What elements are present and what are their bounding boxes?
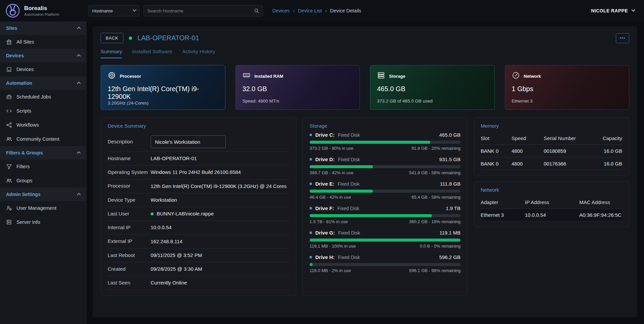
borealis-logo-icon [5,3,20,18]
row-label: Last User [108,211,151,217]
drive-size: 111.8 GB [440,181,461,187]
sidebar-item-groups[interactable]: Groups [0,174,86,188]
breadcrumb-devices[interactable]: Devices [272,8,290,13]
drive-type: Fixed Disk [338,230,360,236]
breadcrumb-device-list[interactable]: Device List [298,8,322,13]
sidebar-section-sites[interactable]: Sites [0,21,86,35]
row-label: Created [108,266,151,272]
sidebar-section-admin-settings[interactable]: Admin Settings [0,188,86,201]
sidebar-item-label: Groups [16,178,33,183]
network-heading: Network [481,187,622,193]
drive-size: 596.2 GB [439,254,461,260]
tab-activity-history[interactable]: Activity History [182,49,215,58]
summary-row-device-type: Device Type Workstation [108,193,289,207]
row-label: Last Seen [108,280,151,286]
card-title: Processor [120,74,141,79]
sidebar-item-label: Filters [16,164,30,169]
col-header: IP Address [525,199,579,205]
drive-row-d: Drive D: Fixed Disk 931.5 GB 389.7 GB - … [310,156,461,175]
brand: Borealis Automation Platform [0,3,87,18]
drive-remaining: 91.8 GB - 20% remaining [412,146,461,151]
description-input[interactable] [151,135,226,148]
drive-size: 465.0 GB [439,132,461,138]
sidebar-item-label: Workflows [16,122,39,128]
drive-size: 1.9 TB [446,205,461,211]
back-button[interactable]: BACK [101,33,123,43]
sidebar-item-scheduled-jobs[interactable]: Scheduled Jobs [0,90,86,104]
memory-table-header: Slot Speed Serial Number Capacity [481,132,622,145]
brand-subtitle: Automation Platform [24,12,59,16]
card-footer: 3.20GHz (24-Cores) [108,101,218,106]
user-menu[interactable]: NICOLE RAPPE [591,8,635,13]
sidebar-item-server-info[interactable]: Server Info [0,215,86,229]
drive-row-h: Drive H: Fixed Disk 596.2 GB 116.0 MB - … [310,254,461,273]
tab-installed-software[interactable]: Installed Software [132,49,172,58]
sidebar-item-scripts[interactable]: Scripts [0,104,86,118]
drive-bullet-icon [310,134,312,136]
briefcase-icon [6,94,12,100]
breadcrumb: Devices › Device List › Device Details [272,8,361,13]
breadcrumb-separator: › [325,8,327,13]
col-header: Slot [481,135,512,141]
processor-card: Processor 12th Gen Intel(R) Core(TM) i9-… [101,65,225,110]
sidebar-item-filters[interactable]: Filters [0,159,86,174]
sidebar-item-workflows[interactable]: Workflows [0,118,86,132]
drive-name: Drive F: [315,205,334,211]
drive-bullet-icon [310,183,312,185]
drive-usage-bar [310,165,461,168]
breadcrumb-current: Device Details [330,8,361,13]
stat-cards: Processor 12th Gen Intel(R) Core(TM) i9-… [101,65,629,110]
chevron-down-icon [631,8,635,12]
search-input[interactable] [147,8,254,13]
hostname-filter-dropdown[interactable]: Hostname [89,5,140,16]
sidebar-section-devices[interactable]: Devices [0,49,86,62]
cell-adapter: Ethernet 3 [481,212,525,218]
sidebar-section-automation[interactable]: Automation [0,76,86,90]
main-area: BACK LAB-OPERATOR-01 ••• Summary Install… [87,21,644,324]
drive-bullet-icon [310,256,312,258]
section-label: Devices [6,53,24,58]
card-footer: Ethernet 3 [512,99,623,104]
cpu-icon [108,71,116,81]
device-details-panel: BACK LAB-OPERATOR-01 ••• Summary Install… [93,26,637,317]
storage-card: Storage 465.0 GB 373.2 GB of 465.0 GB us… [370,65,495,110]
drive-usage-bar [310,263,461,266]
drive-remaining: 596.1 GB - 98% remaining [409,268,461,273]
drive-used: 1.5 TB - 81% in use [310,219,348,224]
storage-icon [377,71,385,81]
sidebar-item-devices[interactable]: Devices [0,62,86,76]
ram-card: Installed RAM 32.0 GB Speed: 4800 MT/s [235,65,360,110]
row-label: Hostname [108,155,151,162]
summary-row-description: Description [108,132,289,152]
cell-slot: BANK 0 [481,148,512,154]
sidebar-section-filters-groups[interactable]: Filters & Groups [0,146,86,159]
drive-used: 373.2 GB - 80% in use [310,146,354,151]
drive-name: Drive D: [315,156,335,162]
drive-usage-bar [310,214,461,217]
summary-row-hostname: Hostname LAB-OPERATOR-01 [108,152,289,166]
sidebar-item-label: Devices [16,67,34,72]
sidebar-item-user-management[interactable]: User Management [0,201,86,215]
sidebar-item-community-content[interactable]: Community Content [0,132,86,146]
network-card: Network 1 Gbps Ethernet 3 [505,65,630,110]
tab-summary[interactable]: Summary [101,49,122,58]
drive-bullet-icon [310,207,312,209]
summary-row-processor: Processor 12th Gen Intel(R) Core(TM) i9-… [108,180,289,193]
topbar: Borealis Automation Platform Hostname De… [0,0,644,21]
devices-icon [6,66,12,72]
cell-serial: 00176366 [544,161,595,167]
more-actions-button[interactable]: ••• [616,33,629,43]
sidebar-item-label: All Sites [16,39,34,45]
row-label: Device Type [108,197,151,203]
detail-columns: Device Summary Description Hostname LAB-… [101,117,629,296]
sidebar-item-all-sites[interactable]: All Sites [0,35,86,49]
drive-row-g: Drive G: Fixed Disk 119.1 MB 119.1 MB - … [310,230,461,249]
drive-type: Fixed Disk [337,206,359,211]
col-header: Speed [512,135,544,141]
row-value: 162.248.8.114 [151,238,182,245]
network-table: Adapter IP Address MAC Address Ethernet … [481,196,622,221]
drive-used: 119.1 MB - 100% in use [310,244,356,249]
row-value: 10.0.0.54 [151,224,172,231]
search-box[interactable] [144,5,263,16]
row-label: External IP [108,238,151,245]
